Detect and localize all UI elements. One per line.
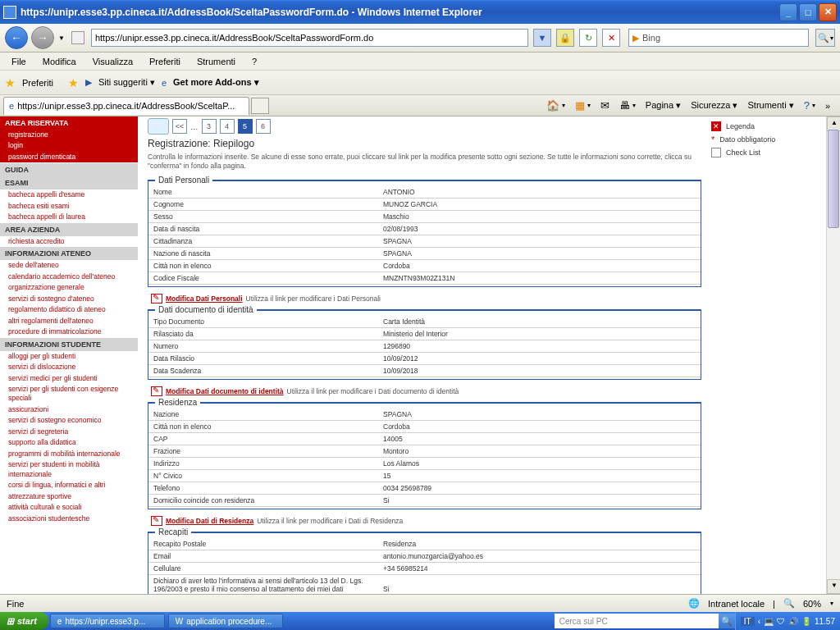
search-box[interactable]: ▶ Bing [628, 29, 809, 47]
sidebar-head-guida[interactable]: GUIDA [0, 163, 138, 176]
sidebar-item-password[interactable]: password dimenticata [0, 152, 138, 162]
fav-add-icon[interactable]: ★ [68, 76, 79, 89]
sidebar-item-bacheca-appelli[interactable]: bacheca appelli d'esame [0, 189, 138, 200]
sidebar-item-sede[interactable]: sede dell'ateneo [0, 260, 138, 271]
taskbar-clock[interactable]: 11.57 [815, 617, 835, 626]
sidebar-item-procedure[interactable]: procedure di immatricolazione [0, 326, 138, 337]
tray-network-icon[interactable]: 💻 [764, 617, 774, 626]
fieldset-documento: Dati documento di identità Tipo Document… [148, 305, 701, 380]
favorites-star-icon[interactable]: ★ [5, 76, 16, 89]
taskbar-item-ie[interactable]: ehttps://unipr.esse3.p... [50, 614, 165, 628]
sidebar-item-calendario[interactable]: calendario accademico dell'ateneo [0, 272, 138, 282]
tray-shield-icon[interactable]: 🛡 [777, 617, 785, 626]
label-cittadinanza: Cittadinanza [148, 235, 378, 248]
zoom-dropdown[interactable]: ▾ [830, 600, 833, 607]
menu-strumenti[interactable]: Strumenti [189, 55, 244, 68]
sidebar-item-registrazione[interactable]: registrazione [0, 130, 138, 140]
value-citta-res: Cordoba [378, 421, 701, 433]
sidebar-item-sportive[interactable]: attrezzature sportive [0, 491, 138, 502]
search-button[interactable]: 🔍▾ [815, 29, 835, 47]
link-modifica-personali[interactable]: Modifica Dati Personali [166, 294, 243, 303]
menu-visualizza[interactable]: Visualizza [84, 55, 141, 68]
tray-arrow-icon[interactable]: ‹ [758, 617, 760, 626]
sidebar-item-mobilita[interactable]: servizi per studenti in mobilità interna… [0, 459, 138, 480]
sidebar-item-esigenze[interactable]: servizi per gli studenti con esigenze sp… [0, 384, 138, 404]
overflow-button[interactable]: » [825, 101, 830, 111]
sidebar-item-supporto[interactable]: supporto alla didattica [0, 437, 138, 448]
sidebar-item-altri[interactable]: altri regolamenti dell'ateneo [0, 316, 138, 326]
sidebar-item-regolamento[interactable]: regolamento didattico di ateneo [0, 304, 138, 315]
zoom-icon[interactable]: 🔍 [783, 598, 795, 609]
forward-button[interactable]: → [31, 26, 54, 49]
ssl-lock-icon[interactable]: 🔒 [556, 29, 574, 47]
sidebar-item-bacheca-laurea[interactable]: bacheca appelli di laurea [0, 212, 138, 222]
sidebar-item-richiesta[interactable]: richiesta accredito [0, 236, 138, 247]
maximize-button[interactable]: □ [799, 3, 817, 21]
sidebar-head-esami[interactable]: ESAMI [0, 176, 138, 189]
favorites-label[interactable]: Preferiti [22, 78, 53, 88]
sidebar-item-culturali[interactable]: attività culturali e sociali [0, 502, 138, 513]
tray-battery-icon[interactable]: 🔋 [801, 617, 811, 626]
taskbar-search-button[interactable]: 🔍 [719, 614, 735, 628]
close-button[interactable]: ✕ [819, 3, 837, 21]
menu-file[interactable]: File [3, 55, 34, 68]
value-cellulare: +34 56985214 [378, 563, 701, 575]
sidebar-item-sostegno[interactable]: servizi di sostegno d'ateneo [0, 294, 138, 304]
feeds-button[interactable]: ▦▾ [575, 99, 591, 112]
stop-button[interactable]: ✕ [602, 29, 620, 47]
nav-history-dropdown[interactable]: ▼ [58, 34, 65, 42]
sidebar-item-medici[interactable]: servizi medici per gli studenti [0, 373, 138, 384]
wizard-step-prev[interactable]: << [172, 119, 187, 134]
new-tab-button[interactable] [251, 98, 269, 114]
wizard-step-6[interactable]: 6 [256, 119, 271, 134]
vertical-scrollbar[interactable] [826, 116, 840, 594]
value-numero: 1296890 [378, 340, 701, 353]
siti-suggeriti-link[interactable]: Siti suggeriti ▾ [98, 77, 155, 88]
start-button[interactable]: ⊞start [0, 612, 48, 630]
taskbar-search[interactable]: Cerca sul PC [555, 614, 719, 628]
menu-help[interactable]: ? [244, 55, 265, 68]
favorites-bar: ★ Preferiti ★ ▶ Siti suggeriti ▾ e Get m… [0, 71, 840, 95]
sidebar-item-bacheca-esiti[interactable]: bacheca esiti esami [0, 201, 138, 212]
tools-menu[interactable]: Strumenti ▾ [748, 100, 794, 111]
help-button[interactable]: ?▾ [804, 99, 815, 112]
back-button[interactable]: ← [5, 26, 28, 49]
sidebar-item-alloggi[interactable]: alloggi per gli studenti [0, 351, 138, 362]
browser-tab[interactable]: e https://unipr.esse3.pp.cineca.it/Addre… [3, 97, 249, 115]
address-bar[interactable]: https://unipr.esse3.pp.cineca.it/Address… [91, 29, 528, 47]
taskbar-item-word[interactable]: Wapplication procedure... [168, 614, 283, 628]
sidebar-item-programmi[interactable]: programmi di mobilità internazionale [0, 449, 138, 459]
wizard-step-4[interactable]: 4 [220, 119, 235, 134]
refresh-button[interactable]: ↻ [579, 29, 597, 47]
sidebar-item-organizzazione[interactable]: organizzazione generale [0, 282, 138, 293]
menu-modifica[interactable]: Modifica [34, 55, 84, 68]
wizard-step-3[interactable]: 3 [202, 119, 217, 134]
page-title: Registrazione: Riepilogo [148, 138, 701, 149]
sidebar-item-economico[interactable]: servizi di sostegno economico [0, 415, 138, 426]
sidebar-item-segreteria[interactable]: servizi di segreteria [0, 427, 138, 437]
sidebar-item-associazioni[interactable]: associazioni studentesche [0, 514, 138, 524]
go-button[interactable]: ▼ [533, 29, 551, 47]
sidebar-item-corsi[interactable]: corsi di lingua, informatici e altri [0, 480, 138, 491]
fieldset-residenza: Residenza NazioneSPAGNA Città non in ele… [148, 398, 701, 509]
sidebar-head-info-studente[interactable]: INFORMAZIONI STUDENTE [0, 338, 138, 351]
scrollbar-thumb[interactable] [828, 130, 839, 228]
get-addons-link[interactable]: Get more Add-ons ▾ [173, 77, 259, 88]
language-indicator[interactable]: IT [741, 617, 755, 626]
home-button[interactable]: 🏠▾ [546, 99, 565, 112]
sidebar-head-area-azienda[interactable]: AREA AZIENDA [0, 223, 138, 236]
menu-preferiti[interactable]: Preferiti [141, 55, 189, 68]
sidebar-head-info-ateneo[interactable]: INFORMAZIONI ATENEO [0, 247, 138, 260]
link-modifica-documento[interactable]: Modifica Dati documento di identità [166, 387, 284, 395]
sidebar-item-login[interactable]: login [0, 140, 138, 151]
sidebar-item-assicurazioni[interactable]: assicurazioni [0, 404, 138, 415]
mail-button[interactable]: ✉ [600, 99, 609, 112]
minimize-button[interactable]: _ [779, 3, 797, 21]
page-menu[interactable]: Pagina ▾ [646, 100, 681, 111]
tray-volume-icon[interactable]: 🔊 [788, 617, 798, 626]
zoom-level[interactable]: 60% [803, 599, 821, 609]
link-modifica-residenza[interactable]: Modifica Dati di Residenza [166, 517, 253, 525]
sidebar-item-dislocazione[interactable]: servizi di dislocazione [0, 362, 138, 372]
print-button[interactable]: 🖶▾ [619, 99, 636, 112]
safety-menu[interactable]: Sicurezza ▾ [691, 100, 737, 111]
